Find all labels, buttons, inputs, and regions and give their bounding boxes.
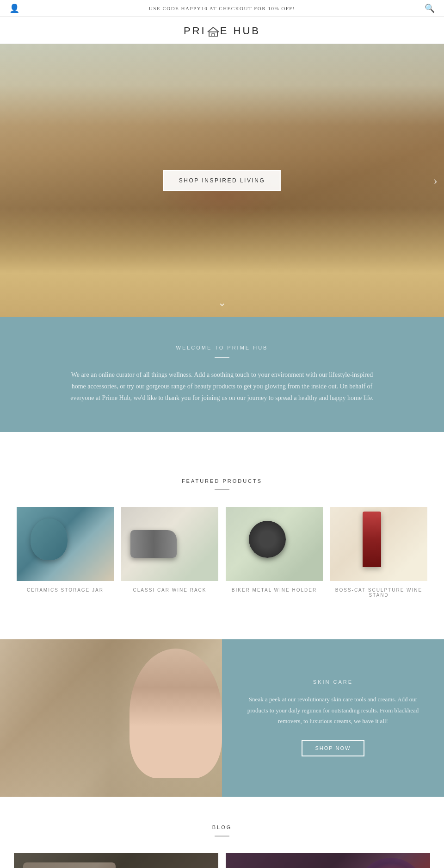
product-card-4[interactable]: BOSS-CAT SCULPTURE WINE STAND <box>330 507 427 598</box>
logo-text-left: PRI <box>184 25 206 37</box>
svg-rect-0 <box>209 32 217 37</box>
hero-section: SHOP INSPIRED LIVING › ⌄ <box>0 44 444 317</box>
user-icon[interactable]: 👤 <box>9 3 19 13</box>
product-image-2 <box>121 507 218 581</box>
promo-text: USE CODE HAPPY10 AT CHECKOUT FOR 10% OFF… <box>19 6 425 11</box>
blog-title: BLOG <box>14 824 430 830</box>
hero-cta-button[interactable]: SHOP INSPIRED LIVING <box>163 170 281 191</box>
skincare-body: Sneak a peek at our revolutionary skin c… <box>245 694 421 726</box>
logo-house-icon <box>207 26 220 37</box>
skincare-section: SKIN CARE Sneak a peek at our revolution… <box>0 639 444 797</box>
featured-products-section: FEATURED PRODUCTS CERAMICS STORAGE JAR C… <box>0 455 444 625</box>
skincare-content: SKIN CARE Sneak a peek at our revolution… <box>222 639 444 797</box>
product-label-3: BIKER METAL WINE HOLDER <box>226 587 323 593</box>
skincare-image <box>0 639 222 797</box>
product-image-4 <box>330 507 427 581</box>
shop-now-button[interactable]: SHOP NOW <box>302 740 365 756</box>
hero-scroll-arrow: ⌄ <box>218 297 226 309</box>
section-gap-1 <box>0 432 444 455</box>
blog-grid: ARE YOUR BELIEFS SPOILING YOUR LIFE? FEE… <box>14 853 430 868</box>
product-image-3 <box>226 507 323 581</box>
product-label-2: CLASSI CAR WINE RACK <box>121 587 218 593</box>
product-card-2[interactable]: CLASSI CAR WINE RACK <box>121 507 218 598</box>
top-bar: 👤 USE CODE HAPPY10 AT CHECKOUT FOR 10% O… <box>0 0 444 17</box>
welcome-section: WELCOME TO PRIME HUB We are an online cu… <box>0 317 444 432</box>
blog-section: BLOG ARE YOUR BELIEFS SPOILING YOUR LIFE… <box>0 797 444 868</box>
logo-text-right: E HUB <box>220 25 260 37</box>
welcome-title: WELCOME TO PRIME HUB <box>37 345 407 350</box>
welcome-body: We are an online curator of all things w… <box>65 369 379 404</box>
blog-divider <box>215 836 229 837</box>
hero-next-icon[interactable]: › <box>433 173 438 188</box>
featured-divider <box>215 489 229 490</box>
skincare-title: SKIN CARE <box>313 679 353 685</box>
product-card-3[interactable]: BIKER METAL WINE HOLDER <box>226 507 323 598</box>
site-logo[interactable]: PRI E HUB <box>184 25 260 37</box>
welcome-divider <box>215 357 229 358</box>
product-card-1[interactable]: CERAMICS STORAGE JAR <box>17 507 114 598</box>
product-label-1: CERAMICS STORAGE JAR <box>17 587 114 593</box>
featured-title: FEATURED PRODUCTS <box>14 478 430 484</box>
blog-post-1[interactable]: ARE YOUR BELIEFS SPOILING YOUR LIFE? <box>14 853 218 868</box>
product-label-4: BOSS-CAT SCULPTURE WINE STAND <box>330 587 427 598</box>
products-grid: CERAMICS STORAGE JAR CLASSI CAR WINE RAC… <box>14 507 430 598</box>
blog-post-2[interactable]: FEED YOUR SKIN ANTIOXIDANTS FOR A GLOWIN… <box>226 853 430 868</box>
site-header: PRI E HUB <box>0 17 444 44</box>
search-icon[interactable]: 🔍 <box>425 3 435 13</box>
product-image-1 <box>17 507 114 581</box>
